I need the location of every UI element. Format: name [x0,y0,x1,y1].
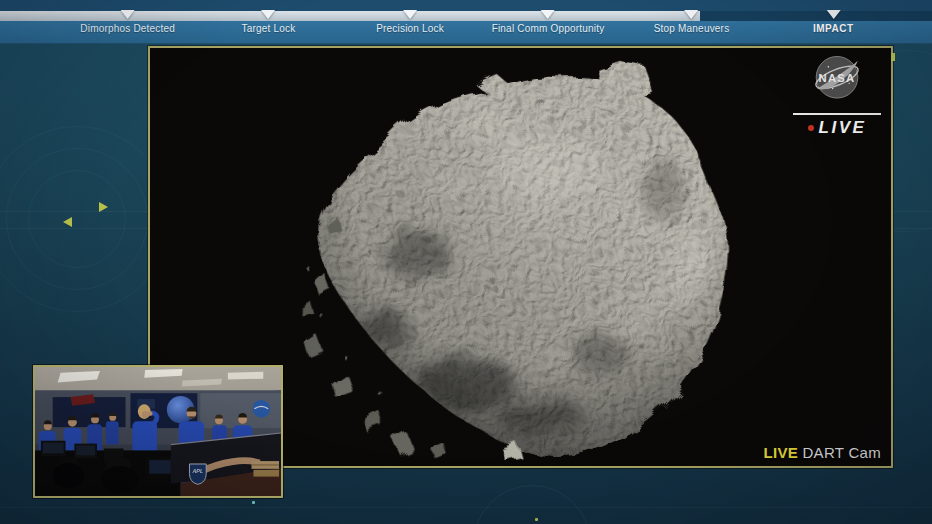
decor-triangle-left-icon [63,217,72,227]
decor-ring [6,148,148,290]
phase-marker-precision-lock: Precision Lock [376,10,444,34]
decor-dot [535,518,538,521]
nasa-logo-icon: NASA [811,53,863,105]
decor-dot [252,501,255,504]
phase-label: Precision Lock [376,23,444,34]
decor-ring [28,170,126,268]
live-dot-icon [808,125,814,131]
caption-source-label: DART Cam [802,444,881,461]
phase-label: IMPACT [813,23,854,34]
phase-triangle-icon [541,10,555,19]
caption-live-label: LIVE [763,444,798,461]
decor-line [0,507,932,508]
phase-label: Dimorphos Detected [80,23,175,34]
broadcast-screen: Dimorphos Detected Target Lock Precision… [0,0,932,524]
phase-triangle-icon [121,10,135,19]
phase-marker-final-comm-opportunity: Final Comm Opportunity [492,10,605,34]
phase-label: Target Lock [241,23,295,34]
phase-triangle-icon [685,10,699,19]
phase-triangle-icon [403,10,417,19]
feed-caption: LIVE DART Cam [763,444,881,461]
mission-control-scene: APL [35,367,281,496]
decor-ring [473,485,591,524]
mission-timeline: Dimorphos Detected Target Lock Precision… [0,0,932,43]
phase-marker-stop-maneuvers: Stop Maneuvers [654,10,730,34]
phase-marker-dimorphos-detected: Dimorphos Detected [80,10,175,34]
phase-marker-impact: IMPACT [813,10,854,34]
nasa-live-watermark: NASA LIVE [791,53,883,138]
decor-ring [0,126,170,312]
phase-triangle-icon [826,10,840,19]
decor-triangle-right-icon [99,202,108,212]
phase-label: Stop Maneuvers [654,23,730,34]
phase-label: Final Comm Opportunity [492,23,605,34]
live-label: LIVE [819,118,867,138]
nasa-logo-text: NASA [818,72,855,84]
frame-corner-accent [891,53,895,61]
mission-control-pip: APL [33,365,283,498]
live-indicator: LIVE [808,118,867,138]
phase-triangle-icon [261,10,275,19]
phase-marker-target-lock: Target Lock [241,10,295,34]
watermark-divider [793,113,881,115]
